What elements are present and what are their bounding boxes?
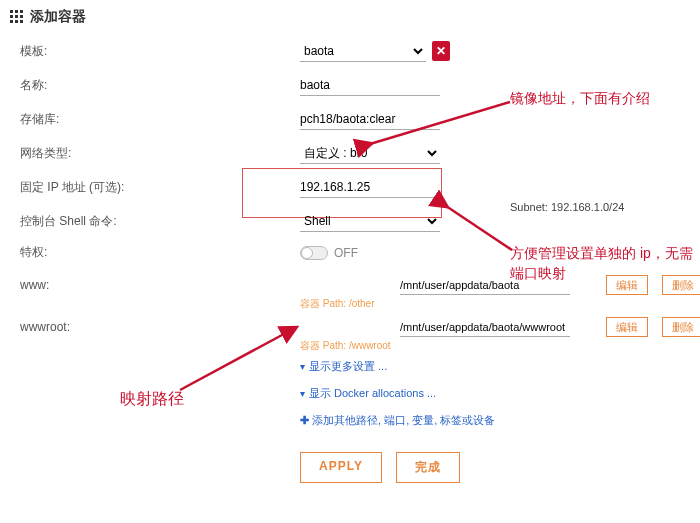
- wwwroot-label: wwwroot:: [20, 320, 120, 334]
- console-label: 控制台 Shell 命令:: [20, 213, 140, 230]
- template-label: 模板:: [20, 43, 120, 60]
- svg-rect-6: [10, 20, 13, 23]
- network-select[interactable]: 自定义 : br0: [300, 142, 440, 164]
- www-container-path: 容器 Path: /other: [300, 297, 700, 311]
- apply-button[interactable]: APPLY: [300, 452, 382, 483]
- annotation-map-path: 映射路径: [120, 388, 184, 410]
- page-title: 添加容器: [30, 8, 86, 26]
- www-input[interactable]: [400, 275, 570, 295]
- name-label: 名称:: [20, 77, 120, 94]
- page-header: 添加容器: [0, 0, 700, 34]
- www-label: www:: [20, 278, 120, 292]
- toggle-off-label: OFF: [334, 246, 358, 260]
- chevron-down-icon: ▾: [300, 388, 305, 399]
- apps-icon: [10, 10, 24, 24]
- chevron-down-icon: ▾: [300, 361, 305, 372]
- privileged-toggle[interactable]: OFF: [300, 246, 358, 260]
- repo-label: 存储库:: [20, 111, 120, 128]
- done-button[interactable]: 完成: [396, 452, 460, 483]
- svg-rect-7: [15, 20, 18, 23]
- svg-rect-2: [20, 10, 23, 13]
- wwwroot-input[interactable]: [400, 317, 570, 337]
- fixed-ip-input[interactable]: [300, 176, 440, 198]
- subnet-text: Subnet: 192.168.1.0/24: [510, 201, 624, 213]
- delete-button[interactable]: 删除: [662, 275, 700, 295]
- show-more-link[interactable]: ▾显示更多设置 ...: [300, 353, 700, 380]
- plus-icon: ✚: [300, 414, 312, 426]
- privileged-label: 特权:: [20, 244, 120, 261]
- wwwroot-container-path: 容器 Path: /wwwroot: [300, 339, 700, 353]
- name-input[interactable]: [300, 74, 440, 96]
- network-label: 网络类型:: [20, 145, 120, 162]
- svg-rect-1: [15, 10, 18, 13]
- svg-rect-8: [20, 20, 23, 23]
- template-select[interactable]: baota: [300, 40, 426, 62]
- svg-rect-5: [20, 15, 23, 18]
- edit-button[interactable]: 编辑: [606, 317, 648, 337]
- svg-rect-0: [10, 10, 13, 13]
- close-icon[interactable]: ✕: [432, 41, 450, 61]
- svg-rect-3: [10, 15, 13, 18]
- repo-input[interactable]: [300, 108, 440, 130]
- delete-button[interactable]: 删除: [662, 317, 700, 337]
- edit-button[interactable]: 编辑: [606, 275, 648, 295]
- show-docker-link[interactable]: ▾显示 Docker allocations ...: [300, 380, 700, 407]
- add-other-link[interactable]: ✚ 添加其他路径, 端口, 变量, 标签或设备: [300, 407, 700, 434]
- fixed-ip-label: 固定 IP 地址 (可选):: [20, 179, 140, 196]
- svg-rect-4: [15, 15, 18, 18]
- console-select[interactable]: Shell: [300, 210, 440, 232]
